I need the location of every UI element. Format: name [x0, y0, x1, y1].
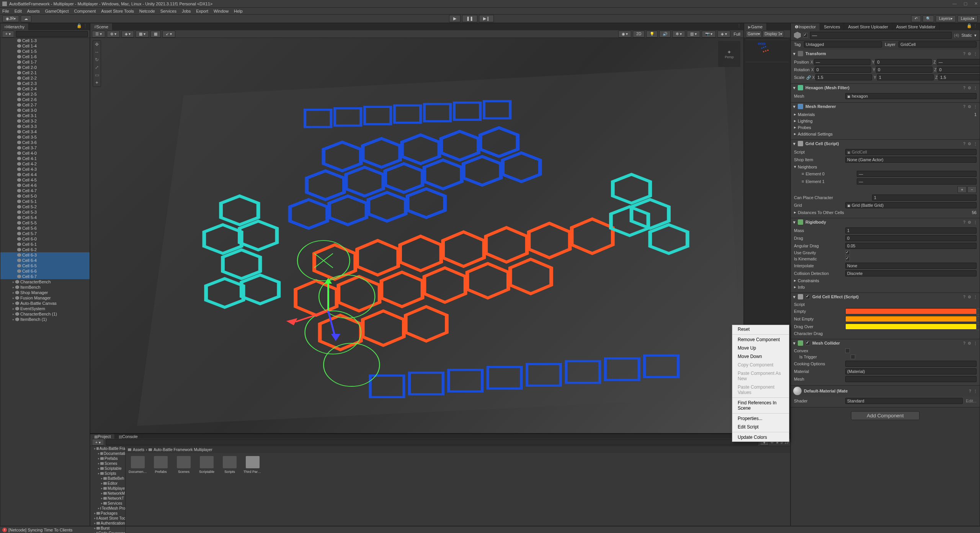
not-empty-color-field[interactable] — [845, 316, 977, 322]
mesh-collider-header[interactable]: ▾ Mesh Collider ?⚙⋮ — [791, 339, 980, 347]
grid-field[interactable]: Grid (Battle Grid) — [845, 202, 977, 208]
hierarchy-item[interactable]: Cell 6-7 — [0, 274, 90, 279]
project-tree-item[interactable]: ▸Scenes — [90, 461, 125, 466]
hierarchy-item[interactable]: Cell 4-6 — [0, 183, 90, 188]
asset-item[interactable]: Scriptable — [198, 456, 216, 533]
position-y[interactable] — [875, 59, 932, 65]
tab-project[interactable]: ▦ Project — [90, 434, 115, 439]
tab-services[interactable]: Services — [820, 23, 844, 30]
tab-game[interactable]: ▶ Game — [744, 23, 767, 30]
drag-field[interactable] — [845, 235, 977, 241]
hierarchy-item[interactable]: Cell 6-3 — [0, 252, 90, 258]
asset-item[interactable]: Third Party... — [243, 456, 262, 533]
can-place-field[interactable] — [872, 195, 977, 201]
hierarchy-item[interactable]: Cell 2-2 — [0, 75, 90, 81]
breadcrumb-current[interactable]: Auto-Battle Framework Multiplayer — [154, 448, 212, 452]
hierarchy-item[interactable]: ▸ ItemBench (1) — [0, 317, 90, 322]
position-x[interactable] — [814, 59, 871, 65]
project-tree-item[interactable]: ▸Scriptable — [90, 466, 125, 471]
hierarchy-item[interactable]: Cell 1-3 — [0, 38, 90, 43]
hierarchy-item[interactable]: Cell 3-1 — [0, 113, 90, 118]
hierarchy-item[interactable]: Cell 1-6 — [0, 54, 90, 59]
context-menu-item[interactable]: Update Colors — [732, 433, 789, 441]
hierarchy-item[interactable]: Cell 5-3 — [0, 209, 90, 215]
asset-item[interactable]: Document... — [129, 456, 147, 533]
hierarchy-item[interactable]: Cell 4-0 — [0, 150, 90, 156]
material-field[interactable]: (Material) — [845, 368, 977, 374]
menu-netcode[interactable]: Netcode — [139, 9, 155, 13]
static-dropdown[interactable]: ▾ — [974, 33, 977, 38]
hierarchy-item[interactable]: Cell 6-0 — [0, 236, 90, 242]
hierarchy-item[interactable]: Cell 4-3 — [0, 167, 90, 172]
cloud-button[interactable]: ☁ — [21, 15, 31, 22]
mesh-filter-header[interactable]: ▾ Hexagon (Mesh Filter) ?⚙⋮ — [791, 84, 980, 92]
rotate-tool-icon[interactable]: ↻ — [93, 56, 101, 64]
drag-over-color-field[interactable] — [845, 324, 977, 330]
move-tool-icon[interactable]: ↔ — [93, 48, 101, 56]
shop-item-field[interactable]: None (Game Actor) — [845, 157, 977, 163]
hierarchy-item[interactable]: Cell 2-4 — [0, 86, 90, 92]
hierarchy-item[interactable]: ▸ Fusion Manager — [0, 295, 90, 301]
hierarchy-item[interactable]: Cell 3-4 — [0, 129, 90, 134]
hierarchy-item[interactable]: Cell 6-6 — [0, 268, 90, 274]
context-menu-item[interactable]: Move Up — [732, 344, 789, 352]
step-button[interactable]: ▶❙ — [479, 15, 494, 22]
grid-cell-header[interactable]: ▾ Grid Cell (Script) ?⚙⋮ — [791, 140, 980, 147]
scene-2d-toggle[interactable]: 2D — [633, 31, 645, 38]
is-kinematic-checkbox[interactable] — [845, 257, 850, 261]
hierarchy-item[interactable]: Cell 5-5 — [0, 220, 90, 226]
hierarchy-item[interactable]: ▸ CharacterBench (1) — [0, 311, 90, 317]
scene-local-button[interactable]: ◈ ▾ — [121, 31, 134, 38]
scene-fx-toggle[interactable]: ✻ ▾ — [672, 31, 685, 38]
project-tree-item[interactable]: ▸TextMesh Pro — [90, 506, 125, 511]
breadcrumb[interactable]: Assets › Auto-Battle Framework Multiplay… — [126, 446, 790, 453]
game-target-dropdown[interactable]: Game ▾ — [746, 31, 762, 38]
scale-link-icon[interactable]: 🔗 — [806, 75, 811, 80]
use-gravity-checkbox[interactable] — [845, 250, 850, 255]
layers-dropdown[interactable]: Layers ▾ — [936, 15, 956, 22]
scene-snap-button[interactable]: ▦ — [150, 31, 161, 38]
project-tree-item[interactable]: ▸NetworkT — [90, 496, 125, 501]
hierarchy-item[interactable]: Cell 5-6 — [0, 226, 90, 231]
close-button[interactable]: ✕ — [974, 1, 978, 6]
hierarchy-item[interactable]: Cell 6-2 — [0, 247, 90, 252]
play-button[interactable]: ▶ — [449, 15, 461, 22]
hierarchy-item[interactable]: Cell 3-2 — [0, 118, 90, 124]
scene-overlay-toggle[interactable]: ▥ ▾ — [687, 31, 700, 38]
grid-cell-effect-header[interactable]: ▾ Grid Cell Effect (Script) ?⚙⋮ — [791, 293, 980, 301]
scene-camera-toggle[interactable]: 📷 ▾ — [702, 31, 716, 38]
undo-history-button[interactable]: ↶ — [911, 15, 921, 22]
context-menu-item[interactable]: Move Down — [732, 352, 789, 361]
hierarchy-item[interactable]: Cell 4-2 — [0, 161, 90, 167]
rotation-x[interactable] — [815, 67, 871, 73]
transform-header[interactable]: ▾ Transform ?⚙⋮ — [791, 50, 980, 57]
project-tree-item[interactable]: ▸Auto-Battle Fra — [90, 446, 125, 451]
scene-shade-mode[interactable]: ☰ ▾ — [92, 31, 105, 38]
hierarchy-item[interactable]: Cell 6-5 — [0, 263, 90, 268]
context-menu-item[interactable]: Reset — [732, 325, 789, 334]
gameobject-icon[interactable] — [794, 32, 801, 39]
collision-dropdown[interactable]: Discrete — [845, 270, 977, 276]
asset-item[interactable]: Scripts — [220, 456, 239, 533]
active-checkbox[interactable] — [803, 33, 808, 38]
hierarchy-item[interactable]: Cell 2-5 — [0, 92, 90, 97]
list-add-button[interactable]: + — [957, 186, 967, 193]
view-tool-icon[interactable]: ✥ — [93, 41, 101, 48]
hierarchy-item[interactable]: Cell 3-6 — [0, 140, 90, 145]
hierarchy-item[interactable]: Cell 4-5 — [0, 177, 90, 183]
mass-field[interactable] — [845, 227, 977, 234]
hierarchy-item[interactable]: Cell 4-1 — [0, 156, 90, 161]
context-menu-item[interactable]: Find References In Scene — [732, 399, 789, 412]
tab-asset-store-uploader[interactable]: Asset Store Uploader — [844, 23, 892, 30]
preset-icon[interactable]: ⚙ — [968, 52, 971, 56]
scene-view[interactable]: ✥ ↔ ↻ ⤢ ▭ ✦ ✦ Persp — [90, 38, 743, 433]
hierarchy-lock-icon[interactable]: 🔒 ⋮ — [74, 23, 90, 30]
menu-assets[interactable]: Assets — [27, 9, 40, 13]
scene-audio-toggle[interactable]: 🔊 — [659, 31, 671, 38]
project-create-button[interactable]: + ▾ — [92, 439, 104, 446]
hierarchy-item[interactable]: Cell 5-7 — [0, 231, 90, 236]
project-tree-item[interactable]: ▸BattleBeh — [90, 476, 125, 481]
menu-component[interactable]: Component — [74, 9, 96, 13]
menu-asset-store-tools[interactable]: Asset Store Tools — [101, 9, 134, 13]
menu-window[interactable]: Window — [214, 9, 229, 13]
